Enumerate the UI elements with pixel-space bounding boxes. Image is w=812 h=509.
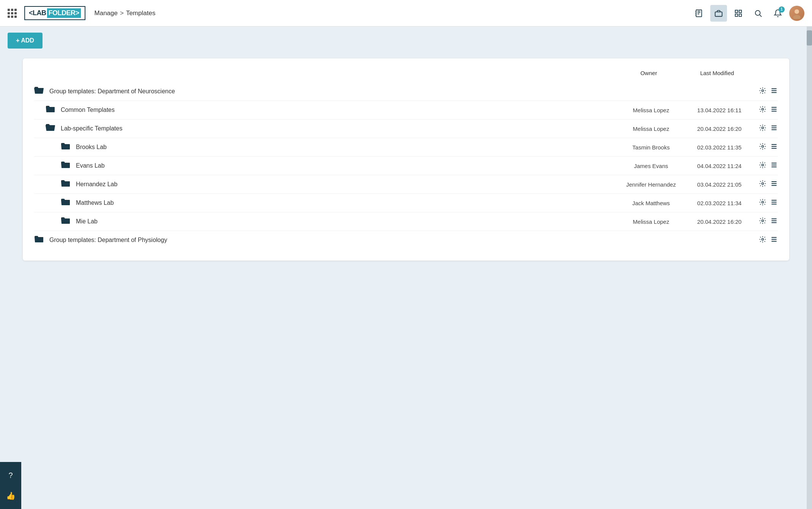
- menu-icon-lab-specific-templates[interactable]: [770, 124, 778, 134]
- row-name-group-physiology: Group templates: Department of Physiolog…: [49, 237, 617, 244]
- notification-badge: 1: [779, 6, 785, 13]
- avatar[interactable]: [789, 6, 804, 21]
- row-owner-matthews-lab: Jack Matthews: [617, 200, 685, 206]
- svg-point-17: [762, 90, 764, 91]
- svg-rect-9: [735, 10, 738, 12]
- app-grid-icon[interactable]: [8, 9, 17, 18]
- template-row-evans-lab[interactable]: Evans LabJames Evans04.04.2022 11:24: [34, 157, 778, 175]
- svg-point-29: [762, 145, 764, 147]
- template-row-common-templates[interactable]: Common TemplatesMelissa Lopez13.04.2022 …: [34, 101, 778, 119]
- breadcrumb: Manage > Templates: [95, 9, 156, 17]
- svg-line-14: [760, 15, 762, 17]
- folder-icon-hernandez-lab: [61, 179, 71, 190]
- row-actions-group-physiology: [759, 236, 778, 245]
- add-button[interactable]: + ADD: [8, 33, 43, 49]
- help-icon[interactable]: ?: [1, 466, 20, 485]
- row-name-hernandez-lab: Hernandez Lab: [76, 181, 617, 188]
- row-owner-common-templates: Melissa Lopez: [617, 107, 685, 113]
- gear-icon-group-physiology[interactable]: [759, 236, 766, 245]
- breadcrumb-separator: >: [120, 9, 124, 17]
- row-actions-common-templates: [759, 105, 778, 115]
- svg-rect-10: [739, 10, 741, 12]
- templates-list: Group templates: Department of Neuroscie…: [34, 82, 778, 249]
- breadcrumb-page-title: Templates: [126, 9, 155, 17]
- row-modified-brooks-lab: 02.03.2022 11:35: [685, 144, 754, 151]
- avatar-image: [789, 6, 804, 21]
- menu-icon-brooks-lab[interactable]: [770, 143, 778, 152]
- folder-icon-mie-lab: [61, 216, 71, 227]
- gear-icon-evans-lab[interactable]: [759, 161, 766, 171]
- row-actions-mie-lab: [759, 217, 778, 226]
- briefcase-icon[interactable]: [710, 5, 727, 22]
- svg-point-33: [762, 164, 764, 166]
- dashboard-icon[interactable]: [730, 5, 747, 22]
- header-right: 1: [691, 5, 804, 22]
- template-row-mie-lab[interactable]: Mie LabMelissa Lopez20.04.2022 16:20: [34, 212, 778, 231]
- svg-point-37: [762, 182, 764, 184]
- svg-rect-12: [739, 14, 741, 16]
- row-owner-evans-lab: James Evans: [617, 163, 685, 169]
- logo[interactable]: <LAB FOLDER>: [24, 6, 85, 20]
- template-row-hernandez-lab[interactable]: Hernandez LabJennifer Hernandez03.04.202…: [34, 175, 778, 194]
- row-actions-group-neuroscience: [759, 87, 778, 96]
- menu-icon-group-physiology[interactable]: [770, 236, 778, 245]
- template-row-group-physiology[interactable]: Group templates: Department of Physiolog…: [34, 231, 778, 249]
- logo-text-part2: FOLDER>: [47, 8, 81, 18]
- logo-text-part1: <LAB: [29, 9, 46, 17]
- menu-icon-common-templates[interactable]: [770, 105, 778, 115]
- row-owner-mie-lab: Melissa Lopez: [617, 218, 685, 225]
- folder-icon-group-neuroscience: [34, 86, 44, 97]
- gear-icon-matthews-lab[interactable]: [759, 198, 766, 208]
- scroll-thumb[interactable]: [807, 30, 812, 46]
- svg-rect-7: [715, 12, 722, 16]
- gear-icon-brooks-lab[interactable]: [759, 143, 766, 152]
- row-modified-lab-specific-templates: 20.04.2022 16:20: [685, 126, 754, 132]
- column-modified-label: Last Modified: [683, 70, 751, 76]
- gear-icon-lab-specific-templates[interactable]: [759, 124, 766, 134]
- template-row-group-neuroscience[interactable]: Group templates: Department of Neuroscie…: [34, 82, 778, 101]
- folder-icon-evans-lab: [61, 160, 71, 171]
- folder-icon-group-physiology: [34, 235, 44, 245]
- menu-icon-hernandez-lab[interactable]: [770, 180, 778, 189]
- gear-icon-mie-lab[interactable]: [759, 217, 766, 226]
- row-name-common-templates: Common Templates: [61, 107, 617, 113]
- menu-icon-evans-lab[interactable]: [770, 161, 778, 171]
- row-name-matthews-lab: Matthews Lab: [76, 200, 617, 206]
- row-name-group-neuroscience: Group templates: Department of Neuroscie…: [49, 88, 617, 95]
- breadcrumb-manage[interactable]: Manage: [95, 9, 118, 17]
- scrollbar[interactable]: [807, 27, 812, 509]
- folder-icon-common-templates: [46, 105, 55, 115]
- folder-icon-lab-specific-templates: [46, 123, 55, 134]
- row-actions-evans-lab: [759, 161, 778, 171]
- row-name-lab-specific-templates: Lab-specific Templates: [61, 125, 617, 132]
- gear-icon-common-templates[interactable]: [759, 105, 766, 115]
- sidebar-bottom: ? 👍: [0, 462, 21, 509]
- template-row-lab-specific-templates[interactable]: Lab-specific TemplatesMelissa Lopez20.04…: [34, 119, 778, 138]
- svg-point-13: [755, 10, 760, 15]
- svg-point-21: [762, 108, 764, 110]
- template-row-brooks-lab[interactable]: Brooks LabTasmin Brooks02.03.2022 11:35: [34, 138, 778, 157]
- notebook-icon[interactable]: [691, 5, 707, 22]
- column-headers: Owner Last Modified: [34, 66, 778, 82]
- menu-icon-mie-lab[interactable]: [770, 217, 778, 226]
- row-owner-lab-specific-templates: Melissa Lopez: [617, 126, 685, 132]
- notification-icon[interactable]: 1: [769, 5, 786, 22]
- search-icon[interactable]: [750, 5, 766, 22]
- row-modified-hernandez-lab: 03.04.2022 21:05: [685, 181, 754, 188]
- row-name-mie-lab: Mie Lab: [76, 218, 617, 225]
- gear-icon-hernandez-lab[interactable]: [759, 180, 766, 189]
- row-name-evans-lab: Evans Lab: [76, 162, 617, 169]
- thumbs-up-icon[interactable]: 👍: [1, 486, 20, 505]
- template-row-matthews-lab[interactable]: Matthews LabJack Matthews02.03.2022 11:3…: [34, 194, 778, 212]
- app-header: <LAB FOLDER> Manage > Templates: [0, 0, 812, 27]
- main-content: Owner Last Modified Group templates: Dep…: [0, 55, 812, 276]
- svg-point-41: [762, 201, 764, 203]
- gear-icon-group-neuroscience[interactable]: [759, 87, 766, 96]
- thumbs-up-label: 👍: [6, 491, 16, 500]
- toolbar: + ADD: [0, 27, 812, 55]
- row-actions-brooks-lab: [759, 143, 778, 152]
- menu-icon-group-neuroscience[interactable]: [770, 87, 778, 96]
- menu-icon-matthews-lab[interactable]: [770, 198, 778, 208]
- row-actions-hernandez-lab: [759, 180, 778, 189]
- row-modified-common-templates: 13.04.2022 16:11: [685, 107, 754, 113]
